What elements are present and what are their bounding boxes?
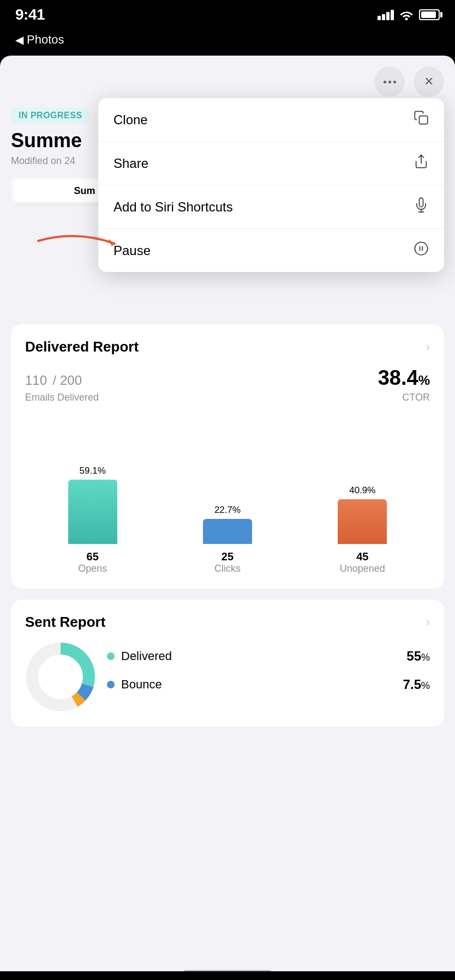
unopened-count: 45 [295,551,430,563]
bounce-legend-value: 7.5% [403,677,430,692]
clicks-count: 25 [160,551,295,563]
bar-label-opens: 65 Opens [25,551,160,574]
svg-point-4 [415,242,427,255]
signal-icon [378,10,394,20]
sent-report-card: Sent Report › [11,600,444,727]
bar-opens-percent: 59.1% [80,465,106,476]
dropdown-item-siri-label: Add to Siri Shortcuts [113,199,233,215]
sent-report-chevron-icon[interactable]: › [426,615,430,630]
dropdown-item-siri[interactable]: Add to Siri Shortcuts [98,185,444,229]
bounce-legend-name: Bounce [121,677,162,692]
close-button[interactable]: ✕ [414,66,444,97]
opens-count: 65 [25,551,160,563]
dropdown-item-share[interactable]: Share [98,142,444,185]
bar-label-unopened: 45 Unopened [295,551,430,574]
ctor-label: CTOR [378,392,430,403]
clicks-name: Clicks [160,563,295,574]
more-options-button[interactable] [374,66,405,97]
legend-items: Delivered 55% Bounce 7.5% [107,649,430,705]
svg-rect-0 [420,116,428,124]
close-icon: ✕ [424,75,434,89]
sent-report-title: Sent Report [25,614,105,631]
share-icon [414,154,429,173]
bar-unopened: 40.9% [295,485,430,544]
bar-unopened-percent: 40.9% [349,485,375,496]
dropdown-item-share-label: Share [113,156,148,171]
bar-clicks-bar [203,519,252,544]
clone-icon [414,110,429,129]
delivered-report-chevron-icon[interactable]: › [426,340,430,354]
bar-clicks-percent: 22.7% [214,505,241,516]
status-bar: 9:41 [0,0,455,29]
delivered-dot [107,652,115,660]
status-time: 9:41 [15,6,45,23]
legend-item-bounce: Bounce 7.5% [107,677,430,692]
emails-delivered-label: Emails Delivered [25,392,99,403]
delivered-stats-row: 110 / 200 Emails Delivered 38.4% CTOR [25,366,430,403]
delivered-report-card: Delivered Report › 110 / 200 Emails Deli… [11,324,444,589]
donut-chart [25,642,96,712]
status-icons [378,9,440,20]
bar-label-clicks: 25 Clicks [160,551,295,574]
ctor-value: 38.4% [378,366,430,390]
bar-chart: 59.1% 22.7% 40.9% 65 Opens [25,419,430,574]
bar-opens: 59.1% [25,465,160,544]
emails-delivered-value: 110 / 200 [25,366,99,390]
legend-item-delivered: Delivered 55% [107,649,430,664]
mic-icon [414,197,429,216]
sent-report-body: Delivered 55% Bounce 7.5% [25,642,430,712]
back-chevron-icon: ◀ [15,33,23,46]
bounce-dot [107,681,115,688]
dropdown-item-clone[interactable]: Clone [98,98,444,142]
dropdown-item-clone-label: Clone [113,112,148,128]
home-indicator [184,970,271,973]
top-actions: ✕ [11,66,444,97]
sent-report-header: Sent Report › [25,614,430,631]
unopened-name: Unopened [295,563,430,574]
bars-container: 59.1% 22.7% 40.9% [25,435,430,544]
emails-delivered-stat: 110 / 200 Emails Delivered [25,366,99,403]
delivered-report-title: Delivered Report [25,338,139,355]
dropdown-item-pause[interactable]: Pause [98,229,444,272]
arrow-pointer [33,225,120,257]
main-content: ✕ IN PROGRESS Summe Modified on 24 Sum C… [0,56,455,971]
bar-labels: 65 Opens 25 Clicks 45 Unopened [25,551,430,574]
status-badge: IN PROGRESS [11,108,90,123]
bar-unopened-bar [338,499,387,544]
delivered-legend-value: 55% [406,649,430,664]
wifi-icon [399,9,414,20]
delivered-legend-name: Delivered [121,649,172,663]
opens-name: Opens [25,563,160,574]
dropdown-menu: Clone Share Add to Siri Shortcuts [98,98,444,272]
back-label: Photos [27,33,64,47]
pause-icon [414,241,429,260]
bar-opens-bar [68,480,117,544]
back-nav[interactable]: ◀ Photos [0,29,455,56]
bar-clicks: 22.7% [160,505,295,544]
delivered-report-header: Delivered Report › [25,338,430,355]
ctor-stat: 38.4% CTOR [378,366,430,403]
battery-icon [419,9,440,20]
